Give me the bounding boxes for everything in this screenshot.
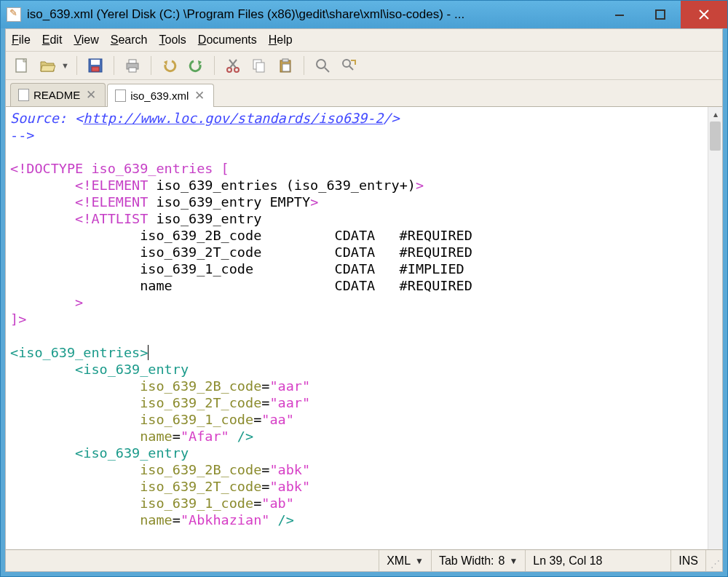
close-button[interactable] xyxy=(681,1,727,28)
toolbar-separator xyxy=(151,56,151,75)
chevron-down-icon: ▼ xyxy=(415,556,424,566)
vertical-scrollbar[interactable]: ▴ xyxy=(708,107,722,549)
toolbar: ▼ xyxy=(6,52,722,80)
editor-area: Source: <http://www.loc.gov/standards/is… xyxy=(6,107,722,549)
document-icon xyxy=(18,89,29,101)
cut-icon xyxy=(225,57,241,73)
menu-search[interactable]: Search xyxy=(111,33,148,47)
svg-point-16 xyxy=(317,60,325,68)
redo-icon xyxy=(188,57,204,73)
tab-readme[interactable]: README ✕ xyxy=(10,83,106,106)
svg-rect-7 xyxy=(129,60,136,63)
menu-edit[interactable]: Edit xyxy=(42,33,63,47)
copy-icon xyxy=(251,57,267,73)
menu-documents[interactable]: Documents xyxy=(198,33,257,47)
svg-rect-12 xyxy=(256,63,264,72)
tab-iso639[interactable]: iso_639.xml ✕ xyxy=(107,84,214,107)
find-button[interactable] xyxy=(312,55,333,76)
paste-icon xyxy=(277,57,293,73)
app-icon xyxy=(7,7,21,22)
tab-label: iso_639.xml xyxy=(130,89,189,102)
window: iso_639.xml (Yerel Disk (C:) \Program Fi… xyxy=(0,0,728,577)
maximize-button[interactable] xyxy=(640,1,681,28)
redo-button[interactable] xyxy=(185,55,207,76)
tab-close-button[interactable]: ✕ xyxy=(193,88,206,103)
menu-view[interactable]: View xyxy=(74,33,98,47)
window-controls xyxy=(599,1,727,28)
undo-icon xyxy=(162,57,178,73)
toolbar-separator xyxy=(214,56,215,75)
toolbar-separator xyxy=(304,56,304,75)
document-tabs: README ✕ iso_639.xml ✕ xyxy=(6,80,722,107)
paste-button[interactable] xyxy=(274,55,296,76)
tabwidth-selector[interactable]: Tab Width: 8 ▼ xyxy=(432,550,526,571)
client-area: File Edit View Search Tools Documents He… xyxy=(5,28,723,572)
print-icon xyxy=(124,57,141,73)
resize-grip-icon[interactable]: ⋰ xyxy=(706,550,722,571)
tab-close-button[interactable]: ✕ xyxy=(84,87,98,103)
insert-mode[interactable]: INS xyxy=(671,550,706,571)
document-icon xyxy=(115,89,126,102)
svg-point-9 xyxy=(227,68,232,72)
svg-rect-1 xyxy=(656,10,665,19)
svg-rect-0 xyxy=(615,15,624,16)
statusbar-spacer xyxy=(6,550,379,571)
copy-button[interactable] xyxy=(248,55,270,76)
tab-label: README xyxy=(33,89,80,101)
statusbar: XML ▼ Tab Width: 8 ▼ Ln 39, Col 18 INS ⋰ xyxy=(6,549,722,571)
new-file-icon xyxy=(13,57,29,73)
filetype-selector[interactable]: XML ▼ xyxy=(379,550,432,571)
cursor-position: Ln 39, Col 18 xyxy=(526,550,671,571)
close-icon xyxy=(699,9,709,20)
save-button[interactable] xyxy=(84,55,106,76)
undo-button[interactable] xyxy=(159,55,181,76)
minimize-button[interactable] xyxy=(599,1,640,28)
new-file-button[interactable] xyxy=(10,55,32,76)
menu-file[interactable]: File xyxy=(12,33,31,47)
toolbar-separator xyxy=(114,56,114,75)
open-file-button[interactable] xyxy=(36,55,58,76)
print-button[interactable] xyxy=(122,55,143,76)
open-dropdown-arrow-icon[interactable]: ▼ xyxy=(61,61,69,70)
minimize-icon xyxy=(614,9,625,20)
find-replace-icon xyxy=(341,57,357,73)
text-cursor xyxy=(148,345,149,360)
svg-rect-5 xyxy=(92,67,99,71)
code-editor[interactable]: Source: <http://www.loc.gov/standards/is… xyxy=(6,107,708,549)
menu-help[interactable]: Help xyxy=(269,33,293,47)
svg-rect-14 xyxy=(282,59,288,62)
maximize-icon xyxy=(655,9,665,20)
svg-point-10 xyxy=(234,68,239,72)
toolbar-separator xyxy=(76,56,77,75)
menubar: File Edit View Search Tools Documents He… xyxy=(6,29,722,52)
svg-rect-4 xyxy=(91,60,100,65)
menu-tools[interactable]: Tools xyxy=(159,33,186,47)
titlebar[interactable]: iso_639.xml (Yerel Disk (C:) \Program Fi… xyxy=(1,1,727,28)
svg-rect-15 xyxy=(282,64,290,71)
scroll-thumb[interactable] xyxy=(710,122,721,151)
cut-button[interactable] xyxy=(222,55,244,76)
svg-rect-8 xyxy=(129,68,136,72)
find-icon xyxy=(314,57,331,73)
save-icon xyxy=(87,57,103,73)
find-replace-button[interactable] xyxy=(338,55,360,76)
scroll-up-icon[interactable]: ▴ xyxy=(708,107,722,122)
window-title: iso_639.xml (Yerel Disk (C:) \Program Fi… xyxy=(27,7,599,22)
svg-point-17 xyxy=(343,60,350,67)
open-file-icon xyxy=(39,57,55,73)
chevron-down-icon: ▼ xyxy=(509,556,518,566)
